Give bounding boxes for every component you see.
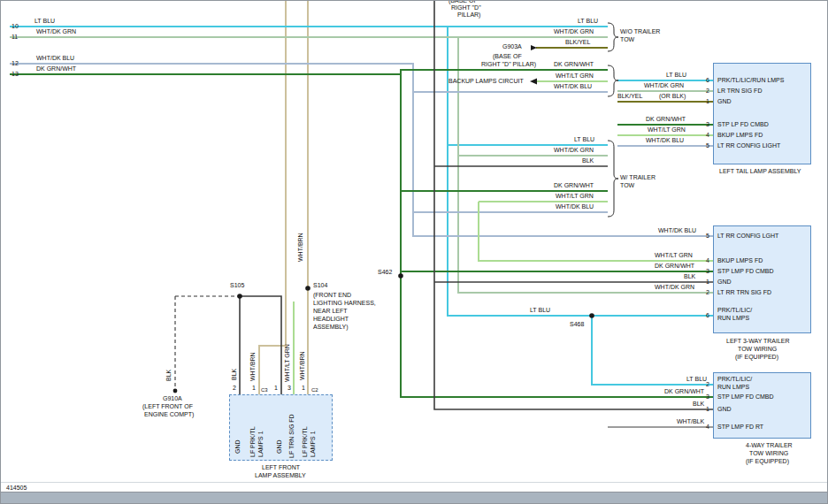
pin-number: 5 [706,233,709,240]
splice-label: S462 [378,269,392,276]
wire-color-label: WHT/BRN [249,352,257,381]
wiring-diagram: 10 LT BLU 11 WHT/DK GRN 12 WHT/DK BLU 13… [0,0,828,504]
wire-color-label: WHT/DK BLU [556,203,594,210]
doc-number: 414505 [6,485,27,492]
wire-color-label: BLK [165,370,172,381]
ground-arrow-g903a [531,45,537,50]
pin-number: 1 [706,279,709,286]
pin-number: 1 [274,385,278,392]
trailer-config-note: TOW [620,182,634,189]
box-title: LEFT FRONT [262,464,300,471]
pin-number: 3 [706,268,709,275]
pin-function: BKUP LMPS FD [717,257,763,264]
pin-function: RUN LMPS [717,315,749,322]
pin-function: GND [234,439,242,454]
pin-function: LAMPS 1 [310,431,317,457]
wire-wht-brn [259,1,286,394]
box-title: (IF EQUIPPED) [746,458,789,465]
wire-color-label: WHT/DK GRN [554,28,594,35]
note-line: (LEFT FRONT OF [142,403,193,410]
pin-function: PRK/TL/LIC/RUN LMPS [717,77,784,84]
splice-dot-s468 [589,313,594,318]
wire-color-label: LT BLU [578,18,598,25]
brace-backup-group [608,65,618,96]
pin-function: LF PRK/TL [302,426,309,457]
pin-function: LR TRN SIG FD [717,88,762,95]
wire-color-label: DK GRN/WHT [36,65,76,73]
pin-function: LT RR CONFIG LIGHT [717,142,780,149]
note-line: RIGHT "D" PILLAR) [481,61,536,68]
wire-color-alt-label: (OR BLK) [659,93,686,100]
ground-label: G903A [502,43,522,50]
pin-number: 3 [706,121,709,128]
pin-function: STP LMP FD CMBD [717,268,774,275]
splice-label: S105 [230,282,244,289]
pin-number: 3 [706,393,709,401]
pin-number: 2 [706,88,709,95]
note-line: ENGINE COMPT) [144,411,194,418]
pin-number: 1 [706,98,709,105]
pin-function: PRK/TL/LIC/ [717,307,752,314]
wire-color-label: WHT/DK BLU [36,55,74,62]
box-title: 4-WAY TRAILER [746,442,793,449]
wire-lt-blu [592,316,713,385]
pin-function: RUN LMPS [717,384,749,391]
brace-w-trailer [608,141,618,217]
wire-color-label: WHT/BRN [297,233,304,262]
box-title: LAMP ASSEMBLY [255,472,306,479]
wire-color-label: WHT/DK BLU [554,83,592,90]
pin-function: STP LMP FD RT [717,424,763,431]
brace-wo-trailer [608,23,618,51]
note-line: NEAR LEFT [313,308,348,315]
row-number: 13 [12,71,19,78]
pin-number: 4 [706,132,709,139]
pin-number: 1 [252,385,256,392]
splice-dot-s105 [237,294,242,299]
wire-color-label: BLK [684,273,695,280]
wiring-lines-layer [1,1,828,504]
wire-color-label: WHT/DK BLU [646,137,684,144]
pin-function: STP LP FD CMBD [717,121,769,128]
wire-dk-grn-wht [401,276,713,397]
wire-color-label: LT BLU [530,307,550,314]
connector-id: C3 [261,387,268,393]
pin-function: PRK/TL/LIC/ [717,376,752,383]
pin-function: LF PRK/TL [249,426,257,457]
trailer-config-note: TOW [620,36,634,43]
pin-function: STP LMP FD CMBD [717,393,774,401]
note-line: LIGHTING HARNESS, [313,300,376,307]
pin-function: GND [717,98,732,105]
box-title: TOW WIRING [738,346,777,353]
pin-function: LAMPS 1 [257,431,264,457]
wire-dk-grn-wht [10,74,401,276]
wire-color-label: BLK [693,401,704,408]
footer-bar [1,492,827,503]
row-number: 11 [12,34,18,41]
wire-color-label: WHT/DK GRN [554,147,594,154]
backup-circuit-note: BACKUP LAMPS CIRCUIT [448,78,524,85]
wire-color-label: WHT/DK GRN [655,284,694,291]
ground-dot-g910a [173,389,178,393]
pin-number: 5 [706,142,709,149]
box-title: TOW WIRING [749,450,788,457]
wire-color-label: LT BLU [574,136,594,143]
wire-color-label: DK GRN/WHT [664,388,704,395]
wire-color-label: WHT/DK GRN [644,82,684,89]
box-title: LEFT 3-WAY TRAILER [726,338,790,345]
pin-number: 4 [706,257,709,264]
pin-number: 2 [706,381,709,388]
splice-dot-s104 [305,286,310,291]
row-number: 10 [12,23,19,30]
wire-color-label: BLK [231,369,238,380]
pin-function: GND [276,439,283,454]
wire-color-label: WHT/BLK [677,418,704,425]
row-number: 12 [12,60,19,67]
pin-function: LT RR TRN SIG FD [717,289,771,296]
wire-color-label: LT BLU [686,376,707,383]
pin-number: 2 [706,289,709,296]
wire-color-label: BLK [582,157,594,164]
box-title: LEFT TAIL LAMP ASSEMBLY [719,168,801,175]
pin-function: GND [717,279,732,286]
wire-color-label: WHT/LT GRN [556,193,594,200]
pin-function: GND [717,406,732,413]
